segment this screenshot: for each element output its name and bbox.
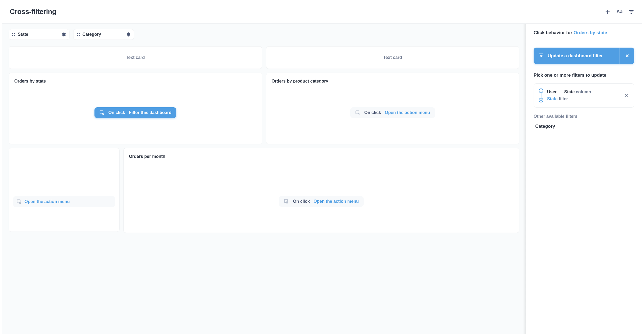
sidebar-header: Click behavior for Orders by state <box>526 24 642 41</box>
other-filters-label: Other available filters <box>534 114 634 119</box>
banner-label: Update a dashboard filter <box>548 53 603 59</box>
svg-rect-11 <box>541 56 542 57</box>
grip-icon <box>12 33 15 36</box>
header-actions: Aa <box>605 9 634 15</box>
cursor-click-icon <box>16 199 22 204</box>
filter-chip-state[interactable]: State <box>9 29 69 40</box>
mapping-graphic-icon <box>539 88 543 102</box>
sidebar-body: Update a dashboard filter ✕ Pick one or … <box>526 41 642 136</box>
click-behavior-pill[interactable]: On click Open the action menu <box>279 196 363 207</box>
scroll-shadow <box>523 24 526 334</box>
filter-chip-category[interactable]: Category <box>73 29 134 40</box>
dashboard-canvas: State Category Text card <box>2 24 526 334</box>
body: State Category Text card <box>2 24 642 334</box>
svg-rect-10 <box>540 55 542 56</box>
pill-action-label: Open the action menu <box>314 199 359 204</box>
cursor-click-icon <box>284 199 289 204</box>
pill-action-label: Open the action menu <box>385 110 430 115</box>
pill-onclick-label: On click <box>293 199 310 204</box>
page-header: Cross-filtering Aa <box>2 2 642 24</box>
card-orders-by-state[interactable]: Orders by state On click Filter this das… <box>9 73 262 144</box>
card-narrow[interactable]: Open the action menu <box>9 148 120 232</box>
card-title: Orders by product category <box>272 79 514 84</box>
filter-icon[interactable] <box>628 9 634 15</box>
grip-icon <box>77 33 80 36</box>
other-filter-item-category[interactable]: Category <box>534 124 634 129</box>
click-behavior-pill[interactable]: Open the action menu <box>13 196 115 207</box>
pill-onclick-label: On click <box>108 110 125 115</box>
dashboard-filter-chips: State Category <box>9 29 519 40</box>
svg-rect-2 <box>629 10 634 11</box>
sidebar-header-prefix: Click behavior for <box>534 30 573 35</box>
update-dashboard-filter-banner: Update a dashboard filter ✕ <box>534 48 634 64</box>
card-orders-per-month[interactable]: Orders per month On click Open the actio… <box>123 148 519 233</box>
add-icon[interactable] <box>605 9 611 15</box>
text-card[interactable]: Text card <box>266 46 520 69</box>
text-card-label: Text card <box>126 55 145 60</box>
page-title: Cross-filtering <box>10 8 56 16</box>
card-title: Orders per month <box>129 154 514 159</box>
filter-mapping-card[interactable]: User→Statecolumn Statefilter ✕ <box>534 83 634 108</box>
banner-main[interactable]: Update a dashboard filter <box>534 48 620 64</box>
pick-filters-label: Pick one or more filters to update <box>534 73 634 78</box>
text-card[interactable]: Text card <box>9 46 262 69</box>
gear-icon[interactable] <box>126 32 131 37</box>
click-behavior-pill[interactable]: On click Filter this dashboard <box>94 107 177 118</box>
pill-action-label: Filter this dashboard <box>129 110 172 115</box>
svg-rect-4 <box>631 13 632 14</box>
arrow-right-icon: → <box>558 90 563 94</box>
pill-action-label: Open the action menu <box>24 199 70 205</box>
cursor-click-icon <box>99 110 105 115</box>
pill-onclick-label: On click <box>364 110 381 115</box>
click-behavior-pill[interactable]: On click Open the action menu <box>350 107 435 118</box>
mapping-text: User→Statecolumn Statefilter <box>547 90 620 101</box>
close-icon[interactable]: ✕ <box>620 48 634 64</box>
click-behavior-sidebar: Click behavior for Orders by state Updat… <box>526 24 642 334</box>
filter-chip-label: State <box>18 32 28 37</box>
card-row-1: Text card Text card Orders by state On c… <box>9 46 519 144</box>
mapping-source: User→Statecolumn <box>547 90 620 94</box>
svg-rect-9 <box>539 54 543 54</box>
card-row-2: Open the action menu Orders per month On… <box>9 148 519 233</box>
filter-list-icon <box>538 52 544 59</box>
text-card-label: Text card <box>383 55 402 60</box>
filter-chip-label: Category <box>82 32 101 37</box>
card-orders-by-category[interactable]: Orders by product category On click Open… <box>266 73 520 144</box>
sidebar-target-link[interactable]: Orders by state <box>573 30 607 35</box>
cursor-click-icon <box>355 110 360 115</box>
remove-mapping-icon[interactable]: ✕ <box>624 92 629 99</box>
svg-rect-3 <box>630 12 633 12</box>
gear-icon[interactable] <box>61 32 66 37</box>
card-title: Orders by state <box>14 79 257 84</box>
mapping-target: Statefilter <box>547 97 620 101</box>
text-style-icon[interactable]: Aa <box>617 9 622 15</box>
